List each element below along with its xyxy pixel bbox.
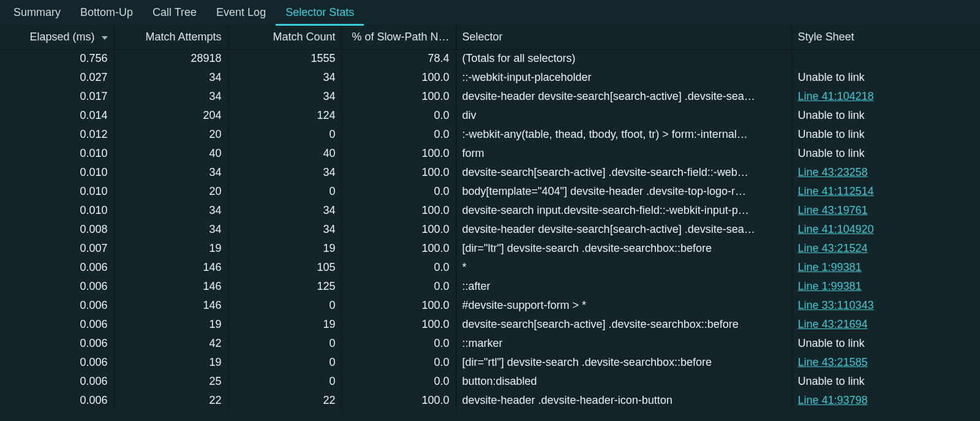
- cell-style-sheet[interactable]: Line 41:112514: [791, 182, 980, 201]
- cell-style-sheet[interactable]: Line 41:93798: [791, 391, 980, 410]
- style-sheet-link[interactable]: Line 43:21694: [798, 318, 868, 330]
- style-sheet-link[interactable]: Line 33:110343: [798, 299, 874, 311]
- style-sheet-link[interactable]: Line 43:19761: [798, 204, 868, 216]
- column-header-match-attempts[interactable]: Match Attempts: [114, 26, 228, 49]
- cell-style-sheet: Unable to link: [791, 106, 980, 125]
- tab-event-log[interactable]: Event Log: [206, 0, 276, 25]
- table-row[interactable]: 0.0062500.0button:disabledUnable to link: [0, 372, 980, 391]
- cell-slow-path: 0.0: [342, 182, 456, 201]
- style-sheet-link[interactable]: Line 1:99381: [798, 261, 862, 273]
- cell-style-sheet[interactable]: Line 1:99381: [791, 258, 980, 277]
- cell-match-attempts: 34: [114, 163, 228, 182]
- cell-style-sheet[interactable]: Line 43:21694: [791, 315, 980, 334]
- cell-style-sheet[interactable]: Line 43:23258: [791, 163, 980, 182]
- style-sheet-link[interactable]: Line 43:21585: [798, 356, 868, 368]
- cell-match-attempts: 204: [114, 106, 228, 125]
- cell-selector: body[template="404"] devsite-header .dev…: [456, 182, 791, 201]
- cell-style-sheet[interactable]: Line 41:104920: [791, 220, 980, 239]
- cell-match-count: 1555: [228, 49, 342, 68]
- table-row[interactable]: 0.0061900.0[dir="rtl"] devsite-search .d…: [0, 353, 980, 372]
- cell-match-count: 0: [228, 372, 342, 391]
- cell-match-attempts: 146: [114, 296, 228, 315]
- cell-match-attempts: 20: [114, 182, 228, 201]
- cell-match-count: 0: [228, 296, 342, 315]
- cell-style-sheet[interactable]: Line 43:19761: [791, 201, 980, 220]
- table-row[interactable]: 0.0083434100.0devsite-header devsite-sea…: [0, 220, 980, 239]
- cell-style-sheet[interactable]: Line 43:21585: [791, 353, 980, 372]
- cell-match-count: 40: [228, 144, 342, 163]
- cell-selector: devsite-header .devsite-header-icon-butt…: [456, 391, 791, 410]
- table-row[interactable]: 0.0103434100.0devsite-search[search-acti…: [0, 163, 980, 182]
- style-sheet-link[interactable]: Line 41:112514: [798, 185, 874, 197]
- cell-slow-path: 100.0: [342, 220, 456, 239]
- column-header-slow-path[interactable]: % of Slow-Path N…: [342, 26, 456, 49]
- column-header-elapsed[interactable]: Elapsed (ms): [0, 26, 114, 49]
- tab-bottom-up[interactable]: Bottom-Up: [70, 0, 143, 25]
- style-sheet-link[interactable]: Line 43:23258: [798, 166, 868, 178]
- column-header-style-sheet[interactable]: Style Sheet: [791, 26, 980, 49]
- table-row[interactable]: 0.0061461050.0*Line 1:99381: [0, 258, 980, 277]
- table-row[interactable]: 0.0104040100.0formUnable to link: [0, 144, 980, 163]
- cell-match-count: 0: [228, 334, 342, 353]
- cell-selector: ::marker: [456, 334, 791, 353]
- table-row[interactable]: 0.0102000.0body[template="404"] devsite-…: [0, 182, 980, 201]
- cell-style-sheet[interactable]: Line 41:104218: [791, 87, 980, 106]
- style-sheet-link[interactable]: Line 41:104218: [798, 90, 874, 102]
- cell-match-attempts: 25: [114, 372, 228, 391]
- cell-elapsed: 0.006: [0, 353, 114, 372]
- tab-selector-stats[interactable]: Selector Stats: [276, 0, 364, 25]
- table-row[interactable]: 0.0062222100.0devsite-header .devsite-he…: [0, 391, 980, 410]
- column-label: Elapsed (ms): [29, 31, 94, 43]
- style-sheet-link[interactable]: Line 41:93798: [798, 394, 868, 406]
- cell-slow-path: 0.0: [342, 106, 456, 125]
- cell-match-count: 34: [228, 220, 342, 239]
- cell-style-sheet: Unable to link: [791, 372, 980, 391]
- tab-summary[interactable]: Summary: [4, 0, 70, 25]
- cell-elapsed: 0.010: [0, 163, 114, 182]
- cell-elapsed: 0.017: [0, 87, 114, 106]
- cell-match-attempts: 22: [114, 391, 228, 410]
- cell-elapsed: 0.006: [0, 391, 114, 410]
- cell-selector: div: [456, 106, 791, 125]
- cell-selector: devsite-search input.devsite-search-fiel…: [456, 201, 791, 220]
- column-header-match-count[interactable]: Match Count: [228, 26, 342, 49]
- table-row[interactable]: 0.0061919100.0devsite-search[search-acti…: [0, 315, 980, 334]
- style-sheet-link[interactable]: Line 41:104920: [798, 223, 874, 235]
- table-row[interactable]: 0.0061460100.0#devsite-support-form > *L…: [0, 296, 980, 315]
- cell-slow-path: 100.0: [342, 201, 456, 220]
- cell-match-count: 125: [228, 277, 342, 296]
- sort-descending-icon: [102, 36, 108, 40]
- tab-call-tree[interactable]: Call Tree: [143, 0, 206, 25]
- cell-selector: devsite-search[search-active] .devsite-s…: [456, 315, 791, 334]
- cell-match-count: 0: [228, 125, 342, 144]
- column-label: Selector: [462, 31, 503, 43]
- cell-match-attempts: 19: [114, 353, 228, 372]
- table-row[interactable]: 0.0173434100.0devsite-header devsite-sea…: [0, 87, 980, 106]
- cell-match-attempts: 34: [114, 87, 228, 106]
- column-label: Style Sheet: [798, 31, 854, 43]
- column-header-selector[interactable]: Selector: [456, 26, 791, 49]
- cell-match-attempts: 19: [114, 239, 228, 258]
- column-label: % of Slow-Path N…: [352, 31, 449, 43]
- table-row[interactable]: 0.0142041240.0divUnable to link: [0, 106, 980, 125]
- cell-match-attempts: 34: [114, 68, 228, 87]
- cell-selector: ::-webkit-input-placeholder: [456, 68, 791, 87]
- style-sheet-link[interactable]: Line 1:99381: [798, 280, 862, 292]
- cell-match-attempts: 34: [114, 220, 228, 239]
- tab-label: Event Log: [216, 6, 266, 19]
- cell-style-sheet[interactable]: Line 33:110343: [791, 296, 980, 315]
- table-row[interactable]: 0.0071919100.0[dir="ltr"] devsite-search…: [0, 239, 980, 258]
- cell-style-sheet[interactable]: Line 43:21524: [791, 239, 980, 258]
- table-row[interactable]: 0.0061461250.0::afterLine 1:99381: [0, 277, 980, 296]
- cell-slow-path: 100.0: [342, 315, 456, 334]
- cell-style-sheet: Unable to link: [791, 144, 980, 163]
- cell-slow-path: 100.0: [342, 163, 456, 182]
- cell-elapsed: 0.027: [0, 68, 114, 87]
- table-row[interactable]: 0.0064200.0::markerUnable to link: [0, 334, 980, 353]
- cell-style-sheet[interactable]: Line 1:99381: [791, 277, 980, 296]
- table-row[interactable]: 0.0273434100.0::-webkit-input-placeholde…: [0, 68, 980, 87]
- table-row[interactable]: 0.0103434100.0devsite-search input.devsi…: [0, 201, 980, 220]
- table-row[interactable]: 0.0122000.0:-webkit-any(table, thead, tb…: [0, 125, 980, 144]
- table-row[interactable]: 0.75628918155578.4(Totals for all select…: [0, 49, 980, 68]
- style-sheet-link[interactable]: Line 43:21524: [798, 242, 868, 254]
